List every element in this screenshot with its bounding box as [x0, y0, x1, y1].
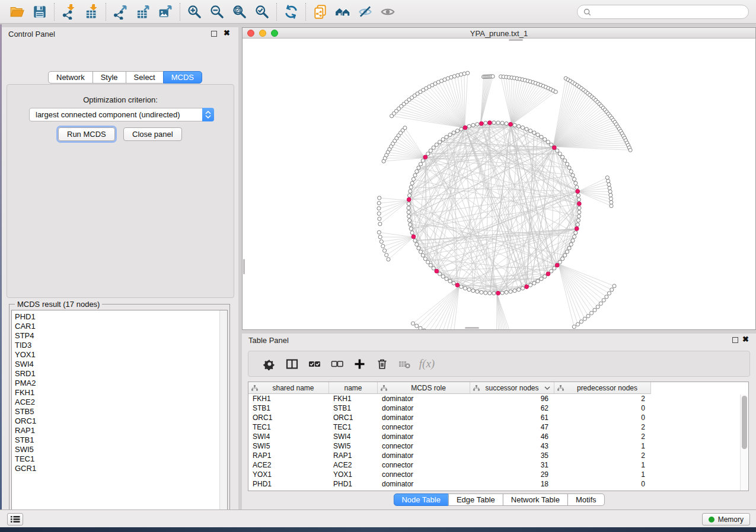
table-cell[interactable]: 29	[470, 470, 554, 479]
table-row[interactable]: SWI4SWI4dominator462	[248, 432, 748, 441]
table-scrollbar-thumb[interactable]	[742, 396, 747, 449]
mcds-result-item[interactable]: STB5	[12, 407, 227, 416]
tab-node-table[interactable]: Node Table	[393, 493, 449, 506]
column-header-shared-name[interactable]: shared name	[248, 382, 329, 394]
table-row[interactable]: FKH1FKH1dominator962	[248, 394, 748, 403]
table-cell[interactable]: 0	[554, 403, 651, 413]
table-cell[interactable]: connector	[378, 460, 470, 470]
close-panel-button[interactable]: Close panel	[123, 127, 182, 141]
tab-style[interactable]: Style	[92, 71, 126, 84]
close-panel-icon[interactable]: ✖	[224, 28, 230, 37]
mcds-result-item[interactable]: PMA2	[12, 379, 227, 388]
tab-edge-table[interactable]: Edge Table	[448, 493, 503, 506]
memory-button[interactable]: Memory	[702, 513, 750, 525]
table-cell[interactable]: 2	[554, 394, 651, 403]
network-hscroll-thumb-bottom[interactable]	[465, 327, 479, 329]
table-row[interactable]: RAP1RAP1dominator352	[248, 451, 748, 460]
table-cell[interactable]: connector	[378, 441, 470, 451]
export-network-icon[interactable]	[109, 2, 132, 21]
tab-network-table[interactable]: Network Table	[503, 493, 568, 506]
table-cell[interactable]: dominator	[378, 451, 470, 460]
zoom-selected-icon[interactable]	[251, 2, 273, 21]
settings-gear-icon[interactable]	[258, 354, 280, 374]
zoom-fit-icon[interactable]	[228, 2, 251, 21]
table-cell[interactable]: 2	[554, 451, 651, 460]
mcds-result-item[interactable]: STB1	[12, 435, 227, 445]
table-cell[interactable]: 43	[470, 441, 554, 451]
table-cell[interactable]: SWI5	[248, 441, 329, 451]
table-cell[interactable]: dominator	[378, 413, 470, 422]
deselect-all-icon[interactable]	[326, 354, 348, 374]
table-cell[interactable]: YOX1	[329, 470, 378, 479]
float-table-panel-icon[interactable]	[732, 337, 738, 343]
add-column-icon[interactable]	[348, 354, 371, 374]
table-cell[interactable]: SWI4	[248, 432, 329, 441]
table-cell[interactable]: PHD1	[329, 479, 378, 489]
mcds-result-item[interactable]: RAP1	[12, 426, 227, 435]
table-row[interactable]: ORC1ORC1dominator610	[248, 413, 748, 422]
mcds-result-item[interactable]: STP4	[12, 331, 227, 341]
network-vscroll-thumb[interactable]	[243, 259, 245, 274]
table-cell[interactable]: ORC1	[248, 413, 329, 422]
tab-network[interactable]: Network	[48, 71, 93, 84]
status-menu-button[interactable]	[7, 513, 23, 525]
tab-mcds[interactable]: MCDS	[163, 71, 202, 84]
table-cell[interactable]: dominator	[378, 394, 470, 403]
table-row[interactable]: PHD1PHD1dominator180	[248, 479, 748, 489]
table-cell[interactable]: 1	[554, 470, 651, 479]
mcds-result-item[interactable]: CAR1	[12, 322, 227, 331]
table-cell[interactable]: TEC1	[329, 422, 378, 432]
table-cell[interactable]: PHD1	[248, 479, 329, 489]
table-cell[interactable]: 35	[470, 451, 554, 460]
export-table-icon[interactable]	[132, 2, 154, 21]
table-row[interactable]: ACE2ACE2connector311	[248, 460, 748, 470]
run-mcds-button[interactable]: Run MCDS	[58, 127, 115, 141]
table-row[interactable]: STB1STB1dominator620	[248, 403, 748, 413]
table-cell[interactable]: 62	[470, 403, 554, 413]
mcds-result-item[interactable]: GCR1	[12, 464, 227, 473]
mcds-result-item[interactable]: YOX1	[12, 350, 227, 360]
column-header-MCDS-role[interactable]: MCDS role	[378, 382, 470, 394]
table-cell[interactable]: YOX1	[248, 470, 329, 479]
mcds-result-item[interactable]: TID3	[12, 341, 227, 350]
table-cell[interactable]: 31	[470, 460, 554, 470]
clone-network-icon[interactable]	[309, 2, 331, 21]
import-network-icon[interactable]	[58, 2, 80, 21]
table-row[interactable]: YOX1YOX1connector291	[248, 470, 748, 479]
table-cell[interactable]: 47	[470, 422, 554, 432]
table-cell[interactable]: RAP1	[248, 451, 329, 460]
criterion-dropdown[interactable]: largest connected component (undirected)	[29, 108, 214, 121]
table-cell[interactable]: SWI4	[329, 432, 378, 441]
table-cell[interactable]: dominator	[378, 432, 470, 441]
table-cell[interactable]: RAP1	[329, 451, 378, 460]
search-input[interactable]	[595, 8, 742, 16]
select-all-icon[interactable]	[303, 354, 326, 374]
table-row[interactable]: SWI5SWI5connector431	[248, 441, 748, 451]
tab-motifs[interactable]: Motifs	[567, 493, 605, 506]
column-header-predecessor-nodes[interactable]: predecessor nodes	[554, 382, 651, 394]
mcds-result-item[interactable]: SWI5	[12, 445, 227, 454]
first-neighbors-icon[interactable]	[331, 2, 354, 21]
table-cell[interactable]: 1	[554, 441, 651, 451]
column-layout-icon[interactable]	[280, 354, 303, 374]
refresh-icon[interactable]	[280, 2, 302, 21]
export-image-icon[interactable]	[154, 2, 177, 21]
table-cell[interactable]: 46	[470, 432, 554, 441]
close-table-panel-icon[interactable]: ✖	[742, 335, 749, 344]
table-cell[interactable]: FKH1	[329, 394, 378, 403]
delete-column-icon[interactable]	[371, 354, 393, 374]
save-session-icon[interactable]	[28, 2, 51, 21]
float-panel-icon[interactable]	[211, 31, 217, 37]
table-cell[interactable]: 0	[554, 413, 651, 422]
table-cell[interactable]: dominator	[378, 403, 470, 413]
show-all-icon[interactable]	[377, 2, 399, 21]
table-cell[interactable]: 0	[554, 479, 651, 489]
table-cell[interactable]: ORC1	[329, 413, 378, 422]
open-file-icon[interactable]	[6, 2, 28, 21]
network-canvas[interactable]	[243, 39, 755, 329]
table-row[interactable]: TEC1TEC1connector472	[248, 422, 748, 432]
tab-select[interactable]: Select	[126, 71, 164, 84]
table-cell[interactable]: 18	[470, 479, 554, 489]
table-cell[interactable]: 96	[470, 394, 554, 403]
mcds-result-item[interactable]: FKH1	[12, 388, 227, 398]
